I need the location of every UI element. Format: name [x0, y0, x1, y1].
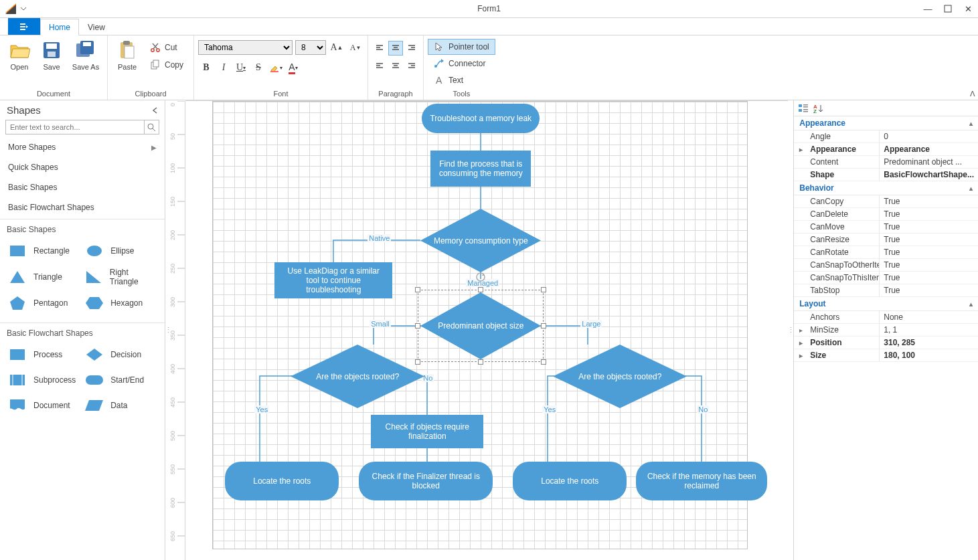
- diagram-canvas[interactable]: Native Managed Small Large Yes No Yes No…: [185, 101, 788, 560]
- svg-text:650: 650: [171, 531, 176, 541]
- node-rooted-left[interactable]: Are the objects rooted?: [291, 345, 424, 408]
- prop-tabstop[interactable]: TabStopTrue: [794, 284, 978, 297]
- shape-document[interactable]: Document: [5, 393, 82, 418]
- tab-view[interactable]: View: [79, 19, 114, 35]
- prop-content[interactable]: ContentPredominant object ...: [794, 156, 978, 169]
- align-top-left[interactable]: [372, 41, 387, 56]
- svg-point-24: [87, 246, 102, 256]
- shape-hexagon[interactable]: Hexagon: [82, 290, 159, 316]
- prop-canrotate[interactable]: CanRotateTrue: [794, 246, 978, 259]
- underline-button[interactable]: U▾: [233, 60, 249, 76]
- prop-angle[interactable]: Angle0: [794, 130, 978, 143]
- font-family-select[interactable]: Tahoma: [198, 40, 293, 55]
- node-locate-roots-2[interactable]: Locate the roots: [513, 462, 627, 500]
- menu-icon: [19, 22, 29, 31]
- shape-decision[interactable]: Decision: [82, 342, 159, 367]
- file-tab[interactable]: [8, 18, 40, 35]
- align-mid-center[interactable]: [388, 58, 403, 73]
- alphabetical-view-icon[interactable]: AZ: [813, 103, 823, 114]
- shrink-font-button[interactable]: A▼: [347, 39, 363, 56]
- align-mid-right[interactable]: [404, 58, 419, 73]
- pointer-tool-button[interactable]: Pointer tool: [428, 39, 495, 55]
- edge-label-native: Native: [368, 234, 391, 242]
- align-top-center[interactable]: [388, 41, 403, 56]
- prop-appearance[interactable]: ▸AppearanceAppearance: [794, 143, 978, 156]
- font-size-select[interactable]: 8: [295, 40, 326, 55]
- prop-cancopy[interactable]: CanCopyTrue: [794, 195, 978, 208]
- prop-shape[interactable]: ShapeBasicFlowchartShape...: [794, 169, 978, 181]
- edge-label-large: Large: [580, 320, 602, 328]
- connector-tool-button[interactable]: Connector: [428, 56, 491, 72]
- category-more-shapes[interactable]: More Shapes▶: [0, 137, 165, 157]
- align-top-right[interactable]: [404, 41, 419, 56]
- open-button[interactable]: Open: [4, 37, 35, 72]
- ribbon-collapse-button[interactable]: ᐱ: [970, 90, 975, 98]
- category-quick-shapes[interactable]: Quick Shapes: [0, 157, 165, 177]
- font-color-button[interactable]: A▾: [285, 60, 301, 76]
- tab-home[interactable]: Home: [40, 19, 79, 35]
- maximize-button[interactable]: [938, 0, 958, 17]
- shape-pentagon[interactable]: Pentagon: [5, 290, 82, 316]
- prop-size[interactable]: ▸Size180, 100: [794, 349, 978, 362]
- node-start[interactable]: Troubleshoot a memory leak: [422, 104, 540, 133]
- prop-canresize[interactable]: CanResizeTrue: [794, 234, 978, 246]
- node-check-finalization[interactable]: Check if objects require finalization: [371, 415, 483, 448]
- property-grid[interactable]: Appearance▴ Angle0 ▸AppearanceAppearance…: [794, 116, 978, 560]
- copy-button[interactable]: Copy: [144, 57, 189, 73]
- prop-canmove[interactable]: CanMoveTrue: [794, 221, 978, 234]
- collapse-panel-icon[interactable]: [151, 106, 159, 114]
- pointer-icon: [434, 41, 444, 52]
- category-basic-shapes[interactable]: Basic Shapes: [0, 177, 165, 197]
- save-button[interactable]: Save: [36, 37, 67, 72]
- node-find-process[interactable]: Find the process that is consuming the m…: [430, 151, 531, 187]
- svg-rect-18: [153, 60, 159, 67]
- svg-marker-26: [86, 271, 101, 283]
- shape-right-triangle[interactable]: Right Triangle: [82, 264, 159, 290]
- shape-process[interactable]: Process: [5, 342, 82, 367]
- prop-anchors[interactable]: AnchorsNone: [794, 311, 978, 324]
- grow-font-button[interactable]: A▲: [329, 39, 345, 56]
- highlight-button[interactable]: ▾: [268, 60, 284, 76]
- italic-button[interactable]: I: [216, 60, 232, 76]
- bold-button[interactable]: B: [198, 60, 214, 76]
- prop-snapother[interactable]: CanSnapToOtherItemsTrue: [794, 259, 978, 272]
- text-tool-button[interactable]: A Text: [428, 72, 469, 88]
- node-locate-roots-1[interactable]: Locate the roots: [225, 462, 339, 500]
- align-mid-left[interactable]: [372, 58, 387, 73]
- diagram-page[interactable]: Native Managed Small Large Yes No Yes No…: [212, 101, 748, 549]
- shape-subprocess[interactable]: Subprocess: [5, 367, 82, 393]
- search-icon: [147, 123, 156, 132]
- categorized-view-icon[interactable]: [798, 103, 809, 114]
- close-button[interactable]: ✕: [958, 0, 978, 17]
- rotate-handle-icon[interactable]: [475, 272, 486, 282]
- minimize-button[interactable]: —: [918, 0, 938, 17]
- shape-ellipse[interactable]: Ellipse: [82, 238, 159, 264]
- node-leakdiag[interactable]: Use LeakDiag or a similar tool to contin…: [274, 262, 392, 298]
- paste-button[interactable]: Paste: [112, 37, 143, 72]
- category-basic-flowchart[interactable]: Basic Flowchart Shapes: [0, 197, 165, 217]
- node-check-finalizer[interactable]: Check if the Finalizer thread is blocked: [359, 462, 493, 500]
- shape-rectangle[interactable]: Rectangle: [5, 238, 82, 264]
- node-mem-type[interactable]: Memory consumption type: [420, 209, 541, 272]
- cut-button[interactable]: Cut: [144, 39, 189, 56]
- prop-minsize[interactable]: ▸MinSize1, 1: [794, 324, 978, 337]
- prop-cat-behavior[interactable]: Behavior▴: [794, 181, 978, 195]
- left-splitter[interactable]: ⋮: [165, 100, 171, 560]
- shape-triangle[interactable]: Triangle: [5, 264, 82, 290]
- qa-dropdown-icon[interactable]: [20, 5, 27, 12]
- shape-data[interactable]: Data: [82, 393, 159, 418]
- shapes-search-button[interactable]: [145, 120, 159, 134]
- shape-start-end[interactable]: Start/End: [82, 367, 159, 393]
- node-rooted-right[interactable]: Are the objects rooted?: [553, 345, 687, 408]
- prop-snapthis[interactable]: CanSnapToThisItemTrue: [794, 272, 978, 284]
- shapes-search-input[interactable]: [5, 120, 145, 134]
- save-as-button[interactable]: Save As: [68, 37, 103, 72]
- right-splitter[interactable]: ⋮: [788, 100, 793, 560]
- prop-cat-appearance[interactable]: Appearance▴: [794, 116, 978, 130]
- strike-button[interactable]: S: [250, 60, 266, 76]
- node-check-reclaimed[interactable]: Check if the memory has been reclaimed: [636, 462, 767, 500]
- prop-position[interactable]: ▸Position310, 285: [794, 337, 978, 349]
- svg-text:350: 350: [171, 331, 176, 341]
- prop-candelete[interactable]: CanDeleteTrue: [794, 208, 978, 221]
- prop-cat-layout[interactable]: Layout▴: [794, 297, 978, 311]
